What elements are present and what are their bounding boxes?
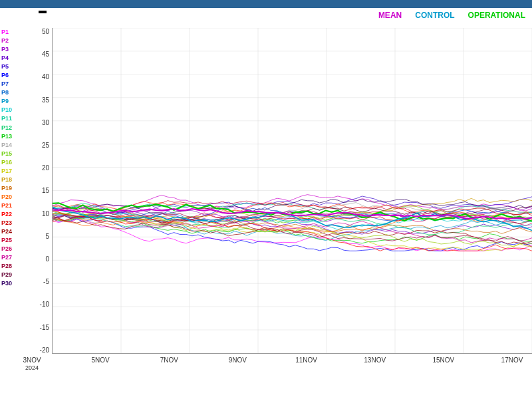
member-legend: P1P2P3P4P5P6P7P8P9P10P11P12P13P14P15P16P… — [0, 8, 32, 380]
y-axis: 50454035302520151050-5-10-15-20 — [32, 28, 52, 354]
legend-item-p12: P12 — [1, 124, 32, 132]
y-label: 25 — [42, 142, 49, 149]
legend-item-p3: P3 — [1, 45, 32, 54]
legend-item-p28: P28 — [1, 262, 32, 271]
x-label: 15NOV — [424, 356, 464, 364]
watermark — [39, 11, 47, 13]
legend-item-p20: P20 — [1, 193, 32, 201]
legend-item-p5: P5 — [1, 63, 32, 71]
legend-item-p30: P30 — [1, 279, 32, 288]
legend-item-p22: P22 — [1, 210, 32, 219]
x-label: 13NOV — [355, 356, 395, 364]
legend-item-p1: P1 — [1, 28, 32, 37]
y-label: -20 — [40, 346, 49, 354]
x-label: 11NOV — [287, 356, 327, 364]
x-axis: 3NOV20245NOV7NOV9NOV11NOV13NOV15NOV17NOV — [52, 354, 532, 380]
y-label: 35 — [42, 96, 49, 104]
legend-item-p23: P23 — [1, 219, 32, 227]
y-label: 15 — [42, 187, 49, 194]
legend-item-p16: P16 — [1, 158, 32, 167]
y-label: 0 — [45, 255, 49, 263]
legend-item-p25: P25 — [1, 236, 32, 245]
legend-item-p7: P7 — [1, 80, 32, 88]
legend-item-p15: P15 — [1, 150, 32, 158]
title-bar — [0, 0, 532, 8]
operational-label: OPERATIONAL — [468, 11, 525, 20]
y-label: 30 — [42, 119, 49, 126]
legend-item-p2: P2 — [1, 37, 32, 45]
x-label: 5NOV — [80, 356, 120, 364]
legend-item-p10: P10 — [1, 106, 32, 114]
chart-container: P1P2P3P4P5P6P7P8P9P10P11P12P13P14P15P16P… — [0, 8, 532, 380]
legend-item-p17: P17 — [1, 167, 32, 176]
top-legend: MEAN CONTROL OPERATIONAL — [378, 11, 525, 20]
chart-svg — [53, 28, 532, 353]
x-label: 7NOV — [149, 356, 189, 364]
legend-item-p26: P26 — [1, 245, 32, 253]
legend-item-p13: P13 — [1, 132, 32, 141]
mean-label: MEAN — [378, 11, 402, 20]
legend-item-p27: P27 — [1, 253, 32, 262]
legend-item-p14: P14 — [1, 141, 32, 150]
y-label: 50 — [42, 28, 49, 35]
y-label: -5 — [43, 278, 49, 285]
legend-item-p9: P9 — [1, 97, 32, 106]
legend-item-p29: P29 — [1, 271, 32, 279]
legend-item-p4: P4 — [1, 54, 32, 63]
y-label: 10 — [42, 210, 49, 217]
x-label: 9NOV — [217, 356, 257, 364]
y-label: 20 — [42, 164, 49, 172]
y-label: 40 — [42, 73, 49, 80]
legend-item-p19: P19 — [1, 184, 32, 193]
legend-item-p6: P6 — [1, 71, 32, 80]
y-label: -15 — [40, 324, 49, 331]
y-label: 45 — [42, 51, 49, 58]
legend-item-p8: P8 — [1, 88, 32, 97]
x-label: 3NOV2024 — [12, 356, 52, 371]
x-label: 17NOV — [492, 356, 532, 364]
chart-area: MEAN CONTROL OPERATIONAL 504540353025201… — [32, 8, 532, 380]
y-label: -10 — [40, 301, 49, 308]
legend-item-p18: P18 — [1, 176, 32, 184]
y-label: 5 — [45, 233, 49, 240]
control-label: CONTROL — [415, 11, 454, 20]
legend-item-p21: P21 — [1, 201, 32, 210]
legend-item-p11: P11 — [1, 114, 32, 123]
plot-area — [52, 28, 532, 354]
legend-item-p24: P24 — [1, 227, 32, 236]
